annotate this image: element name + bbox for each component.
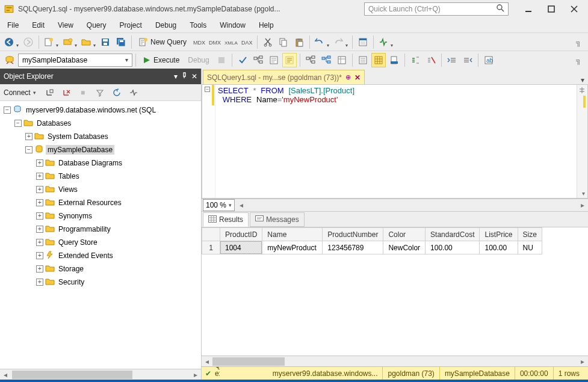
uncomment-lines-button[interactable] <box>424 53 438 67</box>
open-file-button[interactable] <box>79 35 97 49</box>
tree-server-node[interactable]: − myserver99.database.windows.net (SQL <box>4 103 201 117</box>
query-options-button[interactable] <box>267 53 281 67</box>
menu-query[interactable]: Query <box>81 19 113 31</box>
copy-button[interactable] <box>276 35 291 49</box>
properties-button[interactable] <box>356 35 370 49</box>
messages-tab[interactable]: Messages <box>250 212 305 227</box>
tree-external-resources[interactable]: +External Resources <box>36 196 201 209</box>
code-content[interactable]: SELECT * FROM [SalesLT].[Product] WHERE … <box>215 85 577 198</box>
col-color[interactable]: Color <box>383 228 426 241</box>
nav-forward-button[interactable] <box>21 35 36 49</box>
code-editor[interactable]: − SELECT * FROM [SalesLT].[Product] WHER… <box>202 84 588 199</box>
tree-security[interactable]: +Security <box>36 276 201 289</box>
decrease-indent-button[interactable] <box>445 53 459 67</box>
menu-debug[interactable]: Debug <box>149 19 182 31</box>
toolbar-overflow-icon-2[interactable]: ╗ <box>571 53 586 67</box>
col-listprice[interactable]: ListPrice <box>480 228 518 241</box>
include-actual-plan-button[interactable] <box>303 53 318 67</box>
xmla-query-icon[interactable]: XMLA <box>223 35 238 49</box>
col-productid[interactable]: ProductID <box>220 228 262 241</box>
tree-extended-events[interactable]: +Extended Events <box>36 249 201 262</box>
menu-edit[interactable]: Edit <box>26 19 51 31</box>
quick-launch-input[interactable]: Quick Launch (Ctrl+Q) <box>364 2 509 16</box>
tree-database-diagrams[interactable]: +Database Diagrams <box>36 156 201 170</box>
parse-button[interactable] <box>235 53 250 67</box>
dmx-query-icon[interactable]: DMX <box>207 35 221 49</box>
close-tab-icon[interactable]: ✕ <box>354 73 361 82</box>
comment-lines-button[interactable] <box>408 53 422 67</box>
zoom-combo[interactable]: 100 % ▾ <box>203 199 235 211</box>
split-editor-icon[interactable] <box>577 85 587 96</box>
auto-hide-icon[interactable] <box>181 72 188 81</box>
menu-view[interactable]: View <box>52 19 79 31</box>
tree-programmability[interactable]: +Programmability <box>36 223 201 236</box>
menu-help[interactable]: Help <box>253 19 280 31</box>
col-size[interactable]: Size <box>518 228 542 241</box>
toolbar-overflow-icon[interactable]: ╗ <box>571 35 586 49</box>
close-button[interactable] <box>564 2 584 16</box>
cut-button[interactable] <box>261 35 275 49</box>
tab-list-dropdown[interactable]: ▾ <box>577 76 588 84</box>
intellisense-enabled-button[interactable] <box>282 53 297 67</box>
execute-button[interactable]: Execute <box>139 53 183 67</box>
debug-button[interactable]: Debug <box>184 53 212 67</box>
nav-back-button[interactable] <box>2 35 20 49</box>
pin-icon[interactable]: ⊕ <box>345 73 351 81</box>
object-explorer-hscroll[interactable]: ◂▸ <box>0 369 201 380</box>
new-item-button[interactable] <box>42 35 60 49</box>
paste-button[interactable] <box>292 35 306 49</box>
include-live-stats-button[interactable] <box>319 53 333 67</box>
col-name[interactable]: Name <box>262 228 323 241</box>
scroll-down-icon[interactable]: ▾ <box>582 190 585 197</box>
include-client-stats-button[interactable] <box>335 53 349 67</box>
new-project-button[interactable] <box>61 35 78 49</box>
minimize-button[interactable] <box>518 2 539 16</box>
activity-small-icon[interactable] <box>126 85 141 100</box>
document-tab[interactable]: SQLQuery1.sql - my...se (pgoldman (73))*… <box>203 70 365 84</box>
activity-monitor-button[interactable] <box>377 35 394 49</box>
tree-system-databases-node[interactable]: +System Databases <box>25 130 201 143</box>
object-explorer-tree[interactable]: − myserver99.database.windows.net (SQL −… <box>0 101 201 369</box>
connect-object-explorer-icon[interactable] <box>42 85 57 100</box>
close-panel-icon[interactable]: ✕ <box>191 72 197 81</box>
col-productnumber[interactable]: ProductNumber <box>323 228 383 241</box>
specify-template-values-button[interactable]: ab <box>481 53 496 67</box>
refresh-icon[interactable] <box>110 85 124 100</box>
connect-button[interactable]: Connect ▾ <box>4 85 40 100</box>
database-combo[interactable]: mySampleDatabase ▾ <box>18 54 132 67</box>
window-position-icon[interactable]: ▾ <box>174 72 178 81</box>
filter-icon[interactable] <box>93 85 107 100</box>
display-estimated-plan-button[interactable] <box>251 53 265 67</box>
tree-tables[interactable]: +Tables <box>36 170 201 183</box>
maximize-button[interactable] <box>541 2 562 16</box>
tree-synonyms[interactable]: +Synonyms <box>36 209 201 223</box>
change-connection-button[interactable] <box>2 53 17 67</box>
dax-query-icon[interactable]: DAX <box>240 35 254 49</box>
results-tab[interactable]: Results <box>203 212 249 227</box>
tree-sample-db-node[interactable]: − mySampleDatabase <box>25 143 201 156</box>
tree-databases-node[interactable]: − Databases <box>14 117 201 130</box>
tree-query-store[interactable]: +Query Store <box>36 236 201 249</box>
tree-storage[interactable]: +Storage <box>36 262 201 276</box>
undo-button[interactable] <box>313 35 330 49</box>
tree-views[interactable]: +Views <box>36 183 201 196</box>
menu-file[interactable]: File <box>1 19 25 31</box>
increase-indent-button[interactable] <box>460 53 475 67</box>
disconnect-icon[interactable] <box>59 85 73 100</box>
menu-window[interactable]: Window <box>214 19 252 31</box>
fold-toggle-icon[interactable]: − <box>205 87 210 92</box>
table-row[interactable]: 1 1004 myNewProduct 123456789 NewColor 1… <box>202 241 542 254</box>
results-grid[interactable]: ProductID Name ProductNumber Color Stand… <box>202 227 542 254</box>
save-button[interactable] <box>98 35 113 49</box>
results-to-grid-button[interactable] <box>371 53 386 67</box>
results-hscroll[interactable]: ◂▸ <box>202 356 588 366</box>
results-to-text-button[interactable] <box>356 53 370 67</box>
save-all-button[interactable] <box>114 35 128 49</box>
database-engine-query-icon[interactable]: MDX <box>191 35 206 49</box>
redo-button[interactable] <box>332 35 349 49</box>
col-standardcost[interactable]: StandardCost <box>426 228 480 241</box>
stop-icon[interactable]: ■ <box>76 85 90 100</box>
editor-hscroll[interactable]: ◂▸ <box>236 200 588 210</box>
menu-project[interactable]: Project <box>114 19 148 31</box>
results-to-file-button[interactable] <box>387 53 401 67</box>
